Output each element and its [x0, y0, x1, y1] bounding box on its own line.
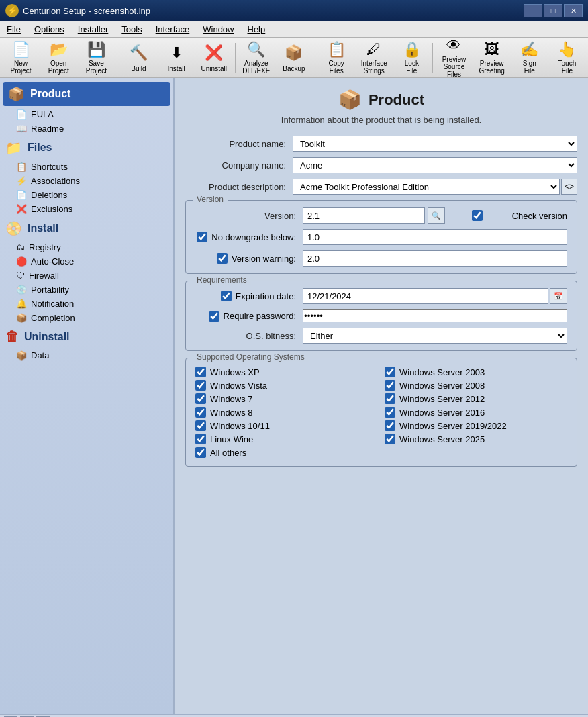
maximize-button[interactable]: □ [544, 4, 562, 17]
no-downgrade-input[interactable]: 1.0 [303, 229, 567, 245]
install-button[interactable]: ⬇ Install [158, 40, 195, 75]
build-button[interactable]: 🔨 Build [120, 40, 156, 75]
password-control: ****** [303, 309, 567, 322]
menu-options[interactable]: Options [28, 23, 71, 36]
os-vista-checkbox[interactable] [195, 380, 206, 391]
os-s2016-label: Windows Server 2016 [399, 408, 485, 418]
save-project-icon: 💾 [85, 41, 107, 58]
sidebar-item-registry[interactable]: 🗂 Registry [5, 240, 173, 254]
menu-interface[interactable]: Interface [149, 23, 197, 36]
version-warning-checkbox[interactable] [217, 253, 228, 264]
sidebar-item-completion[interactable]: 📦 Completion [5, 311, 173, 325]
open-project-button[interactable]: 📂 OpenProject [40, 40, 77, 75]
close-button[interactable]: ✕ [564, 4, 583, 17]
page-title: Product [369, 91, 424, 109]
build-label: Build [131, 65, 146, 73]
interface-strings-button[interactable]: 🖊 InterfaceStrings [356, 40, 392, 75]
copy-files-icon: 📋 [326, 41, 347, 58]
no-downgrade-label: No downgrade below: [211, 232, 296, 242]
os-s2025-checkbox[interactable] [385, 434, 395, 444]
sidebar-item-eula[interactable]: 📄 EULA [5, 107, 173, 122]
sidebar-section-install[interactable]: 📀 Install [0, 216, 173, 240]
requirements-group-title: Requirements [193, 275, 251, 285]
os-s2012-checkbox[interactable] [385, 393, 395, 404]
os-7-checkbox[interactable] [195, 393, 206, 404]
preview-source-button[interactable]: 👁 PreviewSource Files [436, 40, 472, 75]
menu-installer[interactable]: Installer [71, 23, 115, 36]
analyze-button[interactable]: 🔍 AnalyzeDLL/EXE [238, 40, 275, 75]
expiration-control: 12/21/2024 📅 [303, 288, 567, 304]
sidebar: 📦 Product 📄 EULA 📖 Readme 📁 Files 📋 Shor… [0, 78, 175, 714]
uninstall-button[interactable]: ❌ Uninstall [196, 40, 232, 75]
sidebar-section-files[interactable]: 📁 Files [0, 136, 173, 160]
os-others-checkbox[interactable] [195, 447, 206, 458]
password-row: Require password: ****** [195, 309, 567, 322]
sidebar-item-portability[interactable]: 💿 Portability [5, 283, 173, 297]
expiration-calendar-button[interactable]: 📅 [550, 288, 567, 304]
os-right-column: Windows Server 2003 Windows Server 2008 … [385, 365, 567, 459]
company-name-select[interactable]: Acme [293, 157, 577, 173]
touch-file-button[interactable]: 👆 TouchFile [549, 40, 585, 75]
product-desc-code-button[interactable]: <> [561, 179, 577, 195]
version-input[interactable]: 2.1 [303, 207, 425, 224]
require-password-checkbox[interactable] [209, 311, 219, 322]
sidebar-item-firewall[interactable]: 🛡 Firewall [5, 269, 173, 283]
sign-file-icon: ✍ [519, 41, 540, 58]
product-name-select[interactable]: Toolkit [293, 136, 577, 152]
app-icon: ⚡ [5, 4, 19, 17]
eula-label: EULA [31, 109, 54, 120]
backup-button[interactable]: 📦 Backup [276, 40, 312, 75]
os-xp-checkbox[interactable] [195, 367, 206, 377]
sign-file-button[interactable]: ✍ SignFile [511, 40, 548, 75]
sidebar-item-readme[interactable]: 📖 Readme [5, 122, 173, 136]
content-area: 📦 Product Information about the product … [175, 78, 588, 714]
expiration-label: Expiration date: [236, 291, 296, 301]
menu-help[interactable]: Help [241, 23, 273, 36]
save-project-button[interactable]: 💾 SaveProject [78, 40, 114, 75]
os-server-2008: Windows Server 2008 [385, 379, 567, 392]
os-linux-checkbox[interactable] [195, 434, 206, 444]
os-s2003-checkbox[interactable] [385, 367, 395, 377]
menu-file[interactable]: File [0, 23, 28, 36]
interface-strings-icon: 🖊 [363, 41, 385, 58]
sidebar-item-shortcuts[interactable]: 📋 Shortcuts [5, 160, 173, 174]
lock-file-button[interactable]: 🔒 LockFile [393, 40, 430, 75]
os-s2008-checkbox[interactable] [385, 380, 395, 391]
version-warning-label: Version warning: [232, 254, 296, 264]
os-s2016-checkbox[interactable] [385, 407, 395, 418]
uninstall-label: Uninstall [201, 65, 227, 73]
separator-1 [117, 43, 117, 73]
product-name-control: Toolkit [293, 136, 577, 152]
sidebar-item-deletions[interactable]: 📄 Deletions [5, 188, 173, 202]
product-children: 📄 EULA 📖 Readme [0, 107, 173, 136]
copy-files-button[interactable]: 📋 CopyFiles [318, 40, 354, 75]
os-s2019-checkbox[interactable] [385, 420, 395, 431]
product-desc-select[interactable]: Acme Toolkit Professional Edition [293, 179, 560, 195]
menu-window[interactable]: Window [196, 23, 240, 36]
check-version-checkbox[interactable] [448, 210, 507, 221]
password-input[interactable]: ****** [303, 309, 567, 322]
interface-strings-label: InterfaceStrings [361, 60, 387, 75]
minimize-button[interactable]: ─ [524, 4, 542, 17]
sidebar-item-exclusions[interactable]: ❌ Exclusions [5, 202, 173, 216]
os-bitness-label: O.S. bitness: [195, 331, 303, 341]
sidebar-item-associations[interactable]: ⚡ Associations [5, 174, 173, 188]
os-8-checkbox[interactable] [195, 407, 206, 418]
sidebar-item-data[interactable]: 📦 Data [5, 348, 173, 363]
os-1011-checkbox[interactable] [195, 420, 206, 431]
expiration-checkbox[interactable] [221, 291, 232, 301]
sidebar-section-uninstall[interactable]: 🗑 Uninstall [0, 325, 173, 348]
sidebar-item-notification[interactable]: 🔔 Notification [5, 297, 173, 311]
expiration-input[interactable]: 12/21/2024 [303, 288, 548, 304]
autoclose-icon: 🔴 [16, 256, 27, 267]
preview-greeting-button[interactable]: 🖼 PreviewGreeting [474, 40, 510, 75]
menu-tools[interactable]: Tools [115, 23, 148, 36]
no-downgrade-checkbox[interactable] [197, 232, 207, 242]
version-warning-input[interactable]: 2.0 [303, 250, 567, 267]
sidebar-item-auto-close[interactable]: 🔴 Auto-Close [5, 254, 173, 269]
os-bitness-select[interactable]: Either 32-bit only 64-bit only [303, 328, 567, 344]
version-browse-button[interactable]: 🔍 [428, 207, 445, 224]
sidebar-section-product[interactable]: 📦 Product [3, 82, 170, 106]
preview-source-label: PreviewSource Files [438, 56, 470, 78]
new-project-button[interactable]: 📄 NewProject [3, 40, 39, 75]
